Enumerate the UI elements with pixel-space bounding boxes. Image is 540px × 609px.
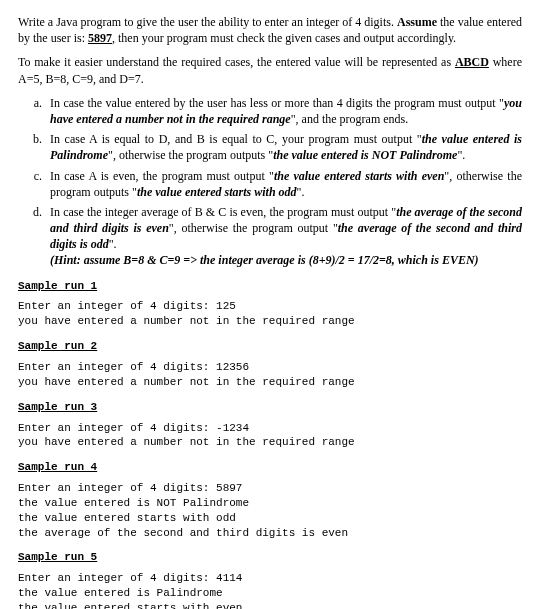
intro-paragraph-1: Write a Java program to give the user th… — [18, 14, 522, 46]
text: , then your program must check the given… — [112, 31, 456, 45]
list-item-c: c. In case A is even, the program must o… — [18, 168, 522, 200]
requirements-list: a. In case the value entered by the user… — [18, 95, 522, 269]
list-item-b: b. In case A is equal to D, and B is equ… — [18, 131, 522, 163]
list-marker: c. — [18, 168, 50, 200]
list-body: In case A is even, the program must outp… — [50, 168, 522, 200]
list-body: In case the integer average of B & C is … — [50, 204, 522, 269]
text: ", and the program ends. — [291, 112, 409, 126]
text: ". — [297, 185, 305, 199]
text: ", otherwise the program output " — [169, 221, 338, 235]
sample-run-4-heading: Sample run 4 — [18, 460, 522, 475]
list-body: In case the value entered by the user ha… — [50, 95, 522, 127]
text: Write a Java program to give the user th… — [18, 15, 397, 29]
sample-run-5-body: Enter an integer of 4 digits: 4114 the v… — [18, 571, 522, 609]
intro-paragraph-2: To make it easier understand the require… — [18, 54, 522, 86]
text: In case A is equal to D, and B is equal … — [50, 132, 422, 146]
text: In case the value entered by the user ha… — [50, 96, 504, 110]
sample-run-3-body: Enter an integer of 4 digits: -1234 you … — [18, 421, 522, 451]
list-body: In case A is equal to D, and B is equal … — [50, 131, 522, 163]
sample-run-1-heading: Sample run 1 — [18, 279, 522, 294]
sample-run-2-body: Enter an integer of 4 digits: 12356 you … — [18, 360, 522, 390]
list-item-a: a. In case the value entered by the user… — [18, 95, 522, 127]
sample-run-3-heading: Sample run 3 — [18, 400, 522, 415]
sample-run-1-body: Enter an integer of 4 digits: 125 you ha… — [18, 299, 522, 329]
list-item-d: d. In case the integer average of B & C … — [18, 204, 522, 269]
example-value: 5897 — [88, 31, 112, 45]
output-text: the value entered is NOT Palindrome — [273, 148, 457, 162]
text: To make it easier understand the require… — [18, 55, 455, 69]
sample-run-4-body: Enter an integer of 4 digits: 5897 the v… — [18, 481, 522, 540]
list-marker: a. — [18, 95, 50, 127]
sample-run-2-heading: Sample run 2 — [18, 339, 522, 354]
text: ". — [457, 148, 465, 162]
text: ", otherwise the program outputs " — [108, 148, 273, 162]
list-marker: b. — [18, 131, 50, 163]
sample-run-5-heading: Sample run 5 — [18, 550, 522, 565]
text: In case A is even, the program must outp… — [50, 169, 274, 183]
hint-text: (Hint: assume B=8 & C=9 => the integer a… — [50, 253, 479, 267]
assume-word: Assume — [397, 15, 437, 29]
abcd-label: ABCD — [455, 55, 489, 69]
list-marker: d. — [18, 204, 50, 269]
output-text: the value entered starts with odd — [137, 185, 297, 199]
text: In case the integer average of B & C is … — [50, 205, 396, 219]
output-text: the value entered starts with even — [274, 169, 444, 183]
text: ". — [109, 237, 117, 251]
